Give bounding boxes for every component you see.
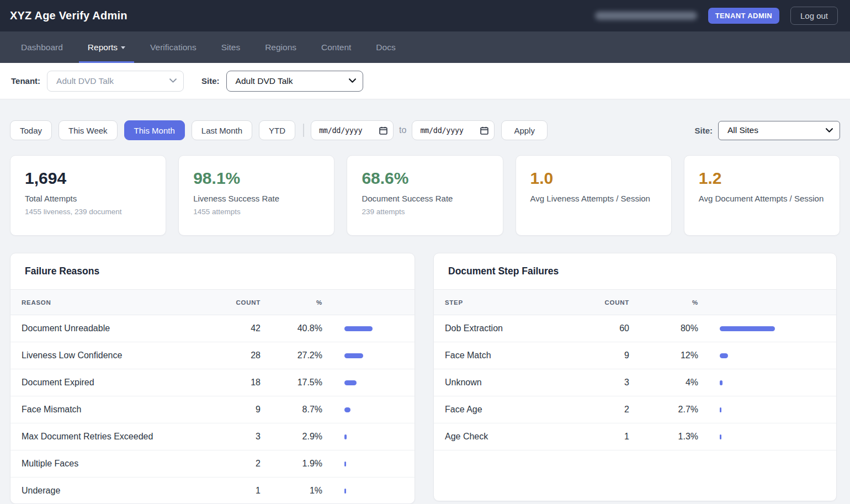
- stat-label: Total Attempts: [25, 193, 151, 205]
- date-from-value: mm/dd/yyyy: [319, 126, 362, 135]
- stat-card-document-success: 68.6% Document Success Rate 239 attempts: [347, 155, 503, 236]
- row-bar: [322, 326, 403, 331]
- table-body: Document Unreadable4240.8%Liveness Low C…: [10, 315, 415, 504]
- pct-bar: [720, 380, 722, 385]
- row-label: Face Match: [445, 351, 569, 360]
- range-button-this-month[interactable]: This Month: [124, 120, 185, 140]
- row-count: 60: [569, 323, 629, 333]
- table-row: Multiple Faces21.9%: [10, 450, 415, 478]
- row-pct: 12%: [629, 351, 698, 360]
- pct-bar: [344, 434, 347, 439]
- range-button-last-month[interactable]: Last Month: [192, 120, 252, 140]
- caret-down-icon: [121, 46, 125, 49]
- nav-item-content[interactable]: Content: [312, 31, 360, 63]
- range-button-this-week[interactable]: This Week: [59, 120, 118, 140]
- nav-item-reports[interactable]: Reports: [79, 31, 134, 63]
- column-header-count: COUNT: [219, 299, 261, 306]
- calendar-icon[interactable]: [379, 126, 387, 135]
- column-header-step: STEP: [445, 299, 569, 306]
- nav-item-dashboard[interactable]: Dashboard: [12, 31, 72, 63]
- row-count: 1: [219, 486, 261, 496]
- chevron-down-icon: [349, 78, 356, 83]
- site-label: Site:: [201, 76, 220, 86]
- pct-bar: [720, 407, 721, 412]
- row-label: Underage: [22, 486, 219, 496]
- top-bar: XYZ Age Verify Admin TENANT ADMIN Log ou…: [0, 0, 850, 31]
- tenant-select-value: Adult DVD Talk: [56, 76, 114, 86]
- stat-card-avg-document-attempts: 1.2 Avg Document Attempts / Session: [684, 155, 840, 236]
- pct-bar: [720, 353, 728, 358]
- chevron-down-icon: [169, 78, 177, 83]
- row-label: Unknown: [445, 378, 569, 388]
- row-bar: [698, 380, 825, 385]
- row-bar: [322, 461, 403, 466]
- nav-item-verifications[interactable]: Verifications: [141, 31, 205, 63]
- row-pct: 4%: [629, 378, 698, 388]
- row-bar: [322, 353, 403, 358]
- logout-button[interactable]: Log out: [790, 7, 838, 25]
- stat-value: 1,694: [25, 169, 151, 188]
- stat-label: Liveness Success Rate: [193, 193, 320, 205]
- tenant-bar: Tenant: Adult DVD Talk Site: Adult DVD T…: [0, 63, 850, 99]
- table-row: Document Expired1817.5%: [10, 369, 415, 396]
- row-label: Face Age: [445, 405, 569, 415]
- row-label: Document Expired: [22, 378, 219, 388]
- row-label: Document Unreadable: [22, 323, 219, 333]
- to-label: to: [399, 125, 406, 135]
- calendar-icon[interactable]: [480, 126, 488, 135]
- row-label: Face Mismatch: [22, 405, 219, 415]
- row-label: Max Document Retries Exceeded: [22, 432, 219, 442]
- failure-reasons-card: Failure Reasons REASON COUNT % Document …: [10, 253, 415, 504]
- divider: [303, 124, 304, 137]
- row-pct: 2.7%: [629, 405, 698, 415]
- date-to-input[interactable]: mm/dd/yyyy: [412, 120, 495, 140]
- column-header-reason: REASON: [22, 299, 219, 306]
- stat-card-total-attempts: 1,694 Total Attempts 1455 liveness, 239 …: [10, 155, 166, 236]
- range-button-ytd[interactable]: YTD: [259, 120, 295, 140]
- pct-bar: [344, 489, 346, 494]
- table-row: Underage11%: [10, 478, 415, 504]
- all-sites-select[interactable]: All Sites: [718, 121, 840, 140]
- table-row: Liveness Low Confidence2827.2%: [10, 342, 415, 369]
- stat-label: Avg Liveness Attempts / Session: [530, 193, 657, 205]
- pct-bar: [344, 326, 373, 331]
- app-title: XYZ Age Verify Admin: [10, 9, 128, 22]
- range-button-today[interactable]: Today: [10, 120, 52, 140]
- stat-card-liveness-success: 98.1% Liveness Success Rate 1455 attempt…: [178, 155, 334, 236]
- row-pct: 40.8%: [261, 323, 322, 333]
- table-row: Face Mismatch98.7%: [10, 396, 415, 423]
- row-bar: [322, 407, 403, 412]
- tenant-select[interactable]: Adult DVD Talk: [47, 71, 184, 92]
- document-step-failures-card: Document Step Failures STEP COUNT % Dob …: [433, 253, 837, 501]
- date-from-input[interactable]: mm/dd/yyyy: [311, 120, 394, 140]
- column-header-pct: %: [261, 299, 322, 306]
- site-select[interactable]: Adult DVD Talk: [226, 71, 363, 92]
- role-badge: TENANT ADMIN: [708, 8, 779, 24]
- chevron-down-icon: [826, 128, 833, 133]
- pct-bar: [344, 380, 357, 385]
- row-pct: 27.2%: [261, 351, 322, 360]
- table-body: Dob Extraction6080%Face Match912%Unknown…: [434, 315, 836, 450]
- row-count: 3: [569, 378, 629, 388]
- topbar-right-group: TENANT ADMIN Log out: [595, 7, 838, 25]
- table-row: Face Age22.7%: [434, 396, 836, 423]
- table-row: Unknown34%: [434, 369, 836, 396]
- row-pct: 80%: [629, 323, 698, 333]
- nav-item-regions[interactable]: Regions: [256, 31, 305, 63]
- all-sites-select-value: All Sites: [727, 125, 758, 135]
- stat-sub: 1455 attempts: [193, 208, 320, 216]
- apply-button[interactable]: Apply: [501, 120, 548, 140]
- stat-card-avg-liveness-attempts: 1.0 Avg Liveness Attempts / Session: [516, 155, 672, 236]
- row-pct: 2.9%: [261, 432, 322, 442]
- row-count: 3: [219, 432, 261, 442]
- table-title: Failure Reasons: [10, 253, 415, 289]
- tables-section: Failure Reasons REASON COUNT % Document …: [10, 253, 840, 504]
- table-header: STEP COUNT %: [434, 289, 836, 315]
- site-select-value: Adult DVD Talk: [236, 76, 293, 86]
- stat-sub: 1455 liveness, 239 document: [25, 208, 151, 216]
- table-title: Document Step Failures: [434, 253, 836, 289]
- nav-item-docs[interactable]: Docs: [367, 31, 404, 63]
- nav-item-sites[interactable]: Sites: [212, 31, 249, 63]
- tenant-label: Tenant:: [11, 76, 40, 86]
- row-bar: [322, 380, 403, 385]
